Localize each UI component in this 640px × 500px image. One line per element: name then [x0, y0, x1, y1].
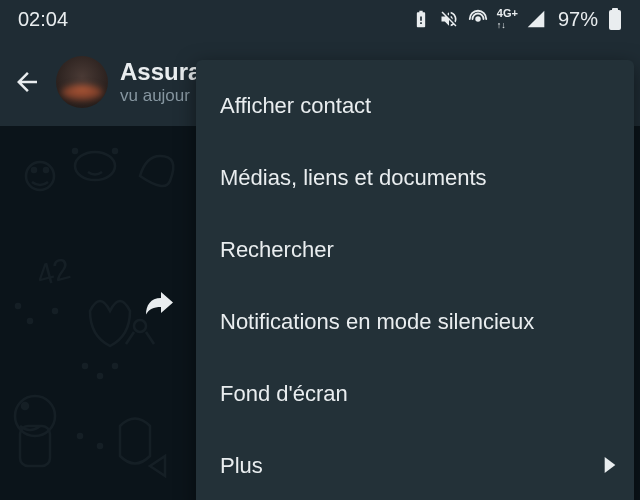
signal-icon [526, 9, 546, 29]
svg-point-16 [22, 403, 28, 409]
menu-item-label: Afficher contact [220, 93, 371, 119]
svg-point-5 [44, 168, 48, 172]
battery-icon [608, 8, 622, 30]
forward-icon[interactable] [140, 286, 176, 326]
svg-text:42: 42 [33, 251, 74, 292]
status-time: 02:04 [18, 8, 68, 31]
svg-rect-1 [609, 10, 621, 30]
svg-point-6 [75, 152, 115, 180]
menu-item-label: Rechercher [220, 237, 334, 263]
menu-item-label: Fond d'écran [220, 381, 348, 407]
back-arrow-icon [12, 67, 42, 97]
svg-point-19 [113, 364, 117, 368]
menu-item-view-contact[interactable]: Afficher contact [196, 70, 634, 142]
avatar[interactable] [56, 56, 108, 108]
svg-point-7 [73, 149, 77, 153]
menu-item-search[interactable]: Rechercher [196, 214, 634, 286]
svg-point-20 [78, 434, 82, 438]
menu-item-label: Notifications en mode silencieux [220, 309, 534, 335]
hotspot-icon [467, 8, 489, 30]
back-button[interactable] [10, 65, 44, 99]
svg-point-21 [98, 444, 102, 448]
svg-point-18 [98, 374, 102, 378]
mute-icon [439, 9, 459, 29]
menu-item-label: Médias, liens et documents [220, 165, 487, 191]
svg-point-11 [28, 319, 32, 323]
menu-item-label: Plus [220, 453, 263, 479]
svg-point-4 [32, 168, 36, 172]
contact-name: Assura [120, 58, 201, 86]
menu-item-mute-notifications[interactable]: Notifications en mode silencieux [196, 286, 634, 358]
chevron-right-icon [604, 453, 616, 479]
svg-point-10 [16, 304, 20, 308]
last-seen: vu aujour [120, 86, 201, 106]
svg-point-12 [53, 309, 57, 313]
overflow-menu: Afficher contact Médias, liens et docume… [196, 60, 634, 500]
status-right: 4G+↑↓ 97% [411, 8, 622, 31]
network-type-icon: 4G+↑↓ [497, 8, 518, 30]
status-bar: 02:04 4G+↑↓ 97% [0, 0, 640, 38]
svg-point-8 [113, 149, 117, 153]
menu-item-more[interactable]: Plus [196, 430, 634, 500]
svg-point-0 [475, 16, 481, 22]
battery-saver-icon [411, 9, 431, 29]
menu-item-media-links-docs[interactable]: Médias, liens et documents [196, 142, 634, 214]
contact-info[interactable]: Assura vu aujour [120, 58, 201, 106]
svg-rect-2 [612, 8, 618, 11]
svg-point-17 [83, 364, 87, 368]
menu-item-wallpaper[interactable]: Fond d'écran [196, 358, 634, 430]
battery-percentage: 97% [558, 8, 598, 31]
